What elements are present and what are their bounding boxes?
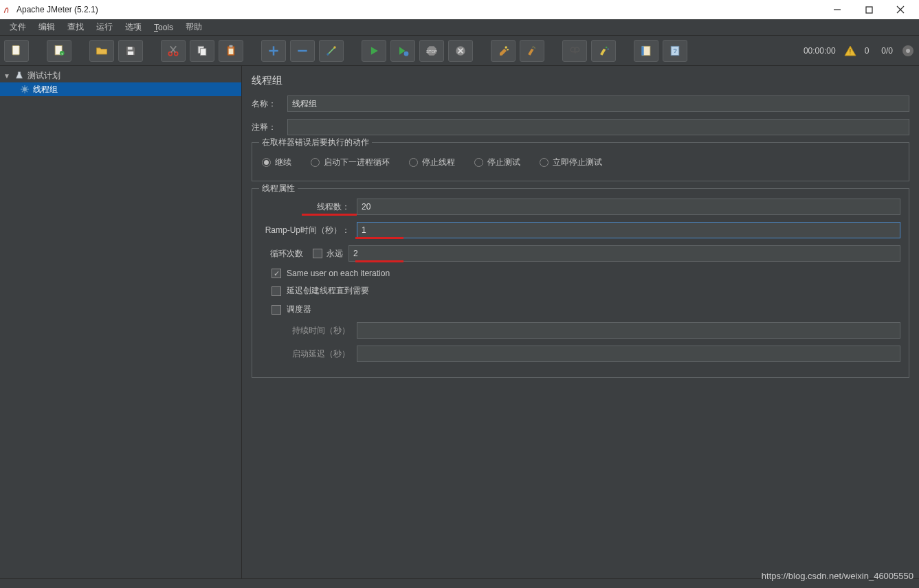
svg-text:!: ! [849,48,851,56]
shutdown-button[interactable] [448,40,473,62]
menu-edit[interactable]: 编辑 [33,20,60,34]
duration-input[interactable] [357,322,900,339]
radio-start-next[interactable]: 启动下一进程循环 [311,157,390,168]
menu-search[interactable]: 查找 [62,20,89,34]
menu-options[interactable]: 选项 [120,20,147,34]
close-button[interactable] [885,0,916,19]
tree-thread-group-label: 线程组 [33,84,58,95]
minimize-button[interactable] [821,0,853,19]
menu-run[interactable]: 运行 [91,20,118,34]
reset-search-button[interactable] [591,40,616,62]
svg-point-38 [606,46,608,48]
stop-button[interactable]: STOP [419,40,444,62]
start-no-pause-button[interactable] [390,40,415,62]
editor-panel: 线程组 名称： 注释： 在取样器错误后要执行的动作 继续 启动下一进程循环 停止… [242,66,919,578]
save-button[interactable] [118,40,143,62]
threads-input[interactable] [357,199,900,215]
svg-rect-4 [12,45,19,54]
scheduler-checkbox[interactable]: 调度器 [261,304,900,315]
svg-point-23 [326,53,329,55]
svg-rect-1 [866,7,872,13]
maximize-button[interactable] [853,0,885,19]
threads-label: 线程数： [261,201,357,213]
expand-button[interactable] [261,40,286,62]
new-button[interactable] [4,40,29,62]
collapse-button[interactable] [290,40,315,62]
same-user-checkbox[interactable]: Same user on each iteration [261,269,900,278]
checkbox-icon [272,269,281,278]
svg-text:+: + [61,51,63,55]
svg-rect-9 [128,51,133,54]
function-helper-button[interactable] [634,40,658,62]
forever-checkbox[interactable]: 永远 [310,248,348,260]
loop-label: 循环次数 [261,248,310,260]
on-error-fieldset: 在取样器错误后要执行的动作 继续 启动下一进程循环 停止线程 停止测试 立即停止… [252,142,909,181]
active-threads: 0/0 [877,46,897,56]
svg-point-27 [404,51,409,56]
svg-text:STOP: STOP [426,49,437,53]
toggle-button[interactable] [319,40,344,62]
svg-rect-41 [641,46,643,55]
svg-point-48 [23,87,27,91]
radio-dot-icon [262,158,271,167]
gear-icon [19,84,30,95]
svg-point-24 [333,46,335,48]
menu-file[interactable]: 文件 [4,20,32,34]
svg-text:?: ? [673,47,676,54]
checkbox-icon [313,249,322,258]
threads-indicator-icon [901,44,915,58]
paste-button[interactable] [219,40,243,62]
annotation-underline [302,214,357,216]
annotation-underline [355,260,403,262]
menu-tools[interactable]: Tools [148,21,179,34]
help-button[interactable]: ? [663,40,687,62]
tree-root-testplan[interactable]: ▼ 测试计划 [0,69,241,82]
svg-point-39 [608,48,609,49]
startup-delay-input[interactable] [357,346,900,362]
delay-thread-checkbox[interactable]: 延迟创建线程直到需要 [261,285,900,297]
svg-point-47 [906,49,910,53]
svg-point-33 [505,46,507,48]
radio-dot-icon [474,158,483,167]
name-input[interactable] [287,95,909,112]
startup-delay-label: 启动延迟（秒） [261,348,357,360]
menubar: 文件 编辑 查找 运行 选项 Tools 帮助 [0,19,919,36]
search-button[interactable] [562,40,587,62]
rampup-input[interactable] [357,222,900,238]
clear-all-button[interactable] [520,40,544,62]
flask-icon [14,70,25,81]
svg-rect-18 [229,48,234,54]
elapsed-time: 00:00:00 [799,46,840,56]
tree-root-label: 测试计划 [27,70,60,82]
loop-input[interactable] [348,245,900,262]
radio-dot-icon [311,158,320,167]
watermark-text: https://blog.csdn.net/weixin_46005550 [762,571,914,581]
copy-button[interactable] [190,40,214,62]
menu-help[interactable]: 帮助 [180,20,208,34]
cut-button[interactable] [161,40,186,62]
app-icon [3,5,12,14]
duration-label: 持续时间（秒） [261,325,357,337]
comment-input[interactable] [287,119,909,135]
checkbox-icon [272,305,281,315]
svg-rect-8 [128,47,133,49]
start-button[interactable] [362,40,386,62]
toolbar: + STOP ? 00:00:00 ! 0 0/0 [0,36,919,66]
radio-stop-now[interactable]: 立即停止测试 [540,157,602,168]
clear-button[interactable] [491,40,516,62]
radio-dot-icon [409,158,418,167]
rampup-label: Ramp-Up时间（秒）： [261,225,357,236]
radio-stop-thread[interactable]: 停止线程 [409,157,455,168]
open-button[interactable] [89,40,114,62]
templates-button[interactable]: + [47,40,71,62]
tree-thread-group[interactable]: 线程组 [0,82,241,96]
thread-props-legend: 线程属性 [259,183,298,194]
caret-down-icon[interactable]: ▼ [3,72,11,80]
window-title: Apache JMeter (5.2.1) [16,5,821,14]
radio-stop-test[interactable]: 停止测试 [474,157,520,168]
warning-count: 0 [861,46,874,56]
name-label: 名称： [252,98,287,110]
svg-line-56 [22,91,23,92]
radio-continue[interactable]: 继续 [262,157,291,168]
test-tree[interactable]: ▼ 测试计划 线程组 [0,66,242,578]
